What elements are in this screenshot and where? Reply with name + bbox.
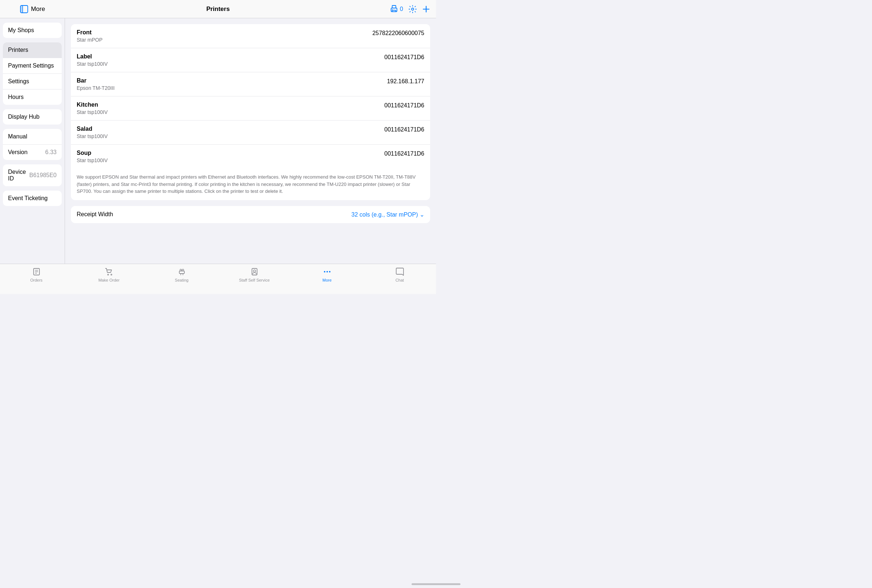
sidebar-item-version: Version 6.33	[3, 145, 62, 160]
chat-icon	[395, 267, 405, 276]
content-area: Front Star mPOP 2578222060600075 Label S…	[65, 18, 436, 264]
header-left-title: More	[31, 6, 45, 13]
sidebar-item-display-hub[interactable]: Display Hub	[3, 109, 62, 124]
svg-rect-1	[21, 6, 22, 13]
sidebar-item-payment-settings[interactable]: Payment Settings	[3, 58, 62, 74]
sidebar-section-device: Device ID B61985E0	[3, 164, 62, 186]
orders-icon	[32, 267, 41, 276]
svg-point-22	[327, 271, 328, 273]
printer-model-kitchen: Star tsp100IV	[77, 109, 108, 115]
svg-point-6	[392, 9, 393, 10]
tab-make-order-label: Make Order	[98, 278, 120, 282]
printer-name-bar: Bar	[77, 77, 115, 84]
svg-point-7	[412, 8, 414, 10]
tab-orders-label: Orders	[30, 278, 43, 282]
printer-name-front: Front	[77, 29, 103, 36]
tab-seating-label: Seating	[175, 278, 189, 282]
sidebar-section-main: Printers Payment Settings Settings Hours	[3, 42, 62, 105]
sidebar-section-info: Manual Version 6.33	[3, 129, 62, 160]
print-icon	[390, 5, 399, 14]
sidebar-item-device-id: Device ID B61985E0	[3, 164, 62, 186]
tab-staff-self-service-label: Staff Self Service	[239, 278, 270, 282]
svg-point-20	[253, 270, 256, 272]
svg-point-14	[107, 274, 108, 275]
more-icon	[322, 267, 332, 276]
printer-row-salad[interactable]: Salad Star tsp100IV 0011624171D6	[71, 120, 430, 145]
printers-info-text: We support EPSON and Star thermal and im…	[71, 168, 430, 200]
printer-name-kitchen: Kitchen	[77, 102, 108, 108]
seating-icon	[177, 267, 187, 276]
printer-name-label: Label	[77, 53, 108, 60]
sidebar-item-my-shops[interactable]: My Shops	[3, 22, 62, 38]
sidebar-item-settings[interactable]: Settings	[3, 74, 62, 90]
printer-name-soup: Soup	[77, 150, 108, 156]
printer-row-front[interactable]: Front Star mPOP 2578222060600075	[71, 24, 430, 48]
printer-row-kitchen[interactable]: Kitchen Star tsp100IV 0011624171D6	[71, 96, 430, 120]
receipt-card: Receipt Width 32 cols (e.g., Star mPOP) …	[71, 206, 430, 223]
badge-count: 0	[400, 6, 403, 12]
printer-model-bar: Epson TM-T20III	[77, 85, 115, 91]
tab-orders[interactable]: Orders	[0, 267, 73, 282]
sidebar-item-hours[interactable]: Hours	[3, 90, 62, 105]
header-title: Printers	[65, 6, 371, 13]
make-order-icon	[105, 267, 114, 276]
sidebar-section-display: Display Hub	[3, 109, 62, 124]
receipt-width-row[interactable]: Receipt Width 32 cols (e.g., Star mPOP) …	[71, 206, 430, 223]
add-printer-icon[interactable]	[422, 5, 430, 13]
tab-chat-label: Chat	[396, 278, 404, 282]
header: More Printers 0	[0, 0, 436, 18]
svg-point-23	[329, 271, 331, 273]
printer-row-label[interactable]: Label Star tsp100IV 0011624171D6	[71, 48, 430, 72]
printer-badge[interactable]: 0	[390, 5, 403, 14]
printer-id-soup: 0011624171D6	[385, 150, 424, 157]
printer-id-kitchen: 0011624171D6	[385, 102, 424, 109]
sidebar-section-myshops: My Shops	[3, 22, 62, 38]
tab-staff-self-service[interactable]: Staff Self Service	[218, 267, 291, 282]
sidebar-item-printers[interactable]: Printers	[3, 42, 62, 58]
tab-bar: Orders Make Order Seating	[0, 264, 436, 294]
printer-row-soup[interactable]: Soup Star tsp100IV 0011624171D6	[71, 145, 430, 168]
sidebar-item-event-ticketing[interactable]: Event Ticketing	[3, 190, 62, 206]
tab-make-order[interactable]: Make Order	[73, 267, 145, 282]
gear-icon[interactable]	[408, 5, 417, 14]
printer-model-salad: Star tsp100IV	[77, 133, 108, 139]
svg-point-15	[111, 274, 112, 275]
svg-rect-5	[392, 10, 396, 12]
header-right: 0	[371, 5, 436, 14]
svg-rect-4	[392, 6, 396, 8]
printer-id-front: 2578222060600075	[373, 29, 424, 36]
sidebar-item-manual[interactable]: Manual	[3, 129, 62, 145]
header-left: More	[0, 5, 65, 13]
main-layout: My Shops Printers Payment Settings Setti…	[0, 18, 436, 264]
tab-chat[interactable]: Chat	[363, 267, 436, 282]
printer-row-bar[interactable]: Bar Epson TM-T20III 192.168.1.177	[71, 72, 430, 96]
receipt-width-value[interactable]: 32 cols (e.g., Star mPOP) ⌄	[351, 211, 424, 218]
sidebar-toggle-icon[interactable]	[20, 5, 28, 13]
printer-name-salad: Salad	[77, 126, 108, 132]
printer-id-bar: 192.168.1.177	[387, 77, 424, 85]
printer-id-salad: 0011624171D6	[385, 126, 424, 133]
tab-more[interactable]: More	[291, 267, 363, 282]
printer-id-label: 0011624171D6	[385, 53, 424, 61]
svg-rect-16	[179, 271, 184, 273]
printer-model-label: Star tsp100IV	[77, 61, 108, 67]
printer-model-front: Star mPOP	[77, 37, 103, 43]
printer-model-soup: Star tsp100IV	[77, 158, 108, 163]
staff-self-service-icon	[250, 267, 259, 276]
printers-card: Front Star mPOP 2578222060600075 Label S…	[71, 24, 430, 200]
tab-seating[interactable]: Seating	[145, 267, 218, 282]
svg-point-21	[324, 271, 325, 273]
tab-more-label: More	[322, 278, 331, 282]
sidebar-section-events: Event Ticketing	[3, 190, 62, 206]
sidebar: My Shops Printers Payment Settings Setti…	[0, 18, 65, 264]
receipt-width-label: Receipt Width	[77, 211, 113, 218]
